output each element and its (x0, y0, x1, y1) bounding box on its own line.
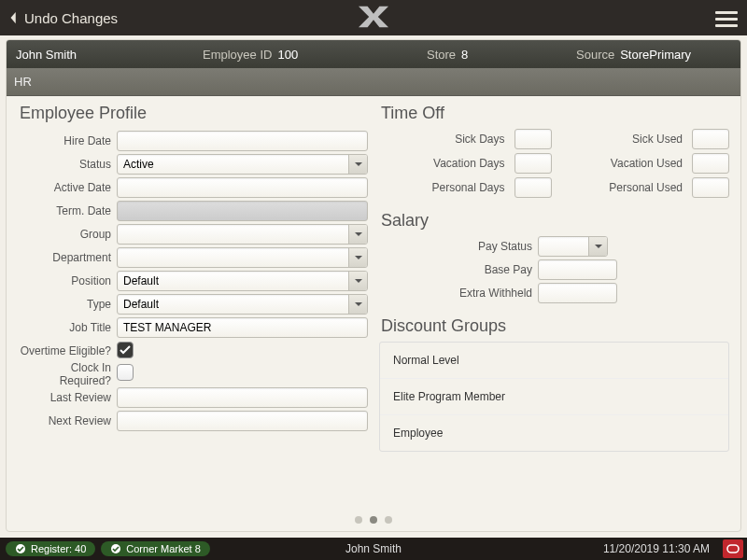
discount-group-item[interactable]: Employee (380, 415, 728, 451)
job-title-input[interactable] (117, 317, 368, 338)
status-select[interactable]: Active (117, 154, 368, 175)
department-select[interactable] (117, 247, 368, 268)
app-logo (359, 6, 388, 32)
page-dot[interactable] (385, 516, 392, 524)
discount-group-item[interactable]: Elite Program Member (380, 379, 728, 415)
right-column: Time Off Sick Days Sick Used Vacation Da… (374, 102, 735, 503)
vacation-used-input[interactable] (692, 153, 729, 174)
employee-name: John Smith (16, 48, 77, 62)
extra-withheld-input[interactable] (538, 283, 617, 303)
x-logo-icon (359, 6, 388, 28)
check-circle-icon (110, 543, 121, 554)
active-date-input[interactable] (117, 177, 368, 198)
check-icon (120, 344, 131, 356)
personal-days-input[interactable] (514, 177, 552, 198)
undo-button[interactable]: Undo Changes (0, 10, 118, 26)
employee-summary-bar: John Smith Employee ID100 Store8 SourceS… (7, 40, 740, 68)
discount-group-item[interactable]: Normal Level (380, 343, 728, 379)
undo-label: Undo Changes (24, 10, 118, 26)
store-status[interactable]: Corner Market 8 (101, 541, 209, 556)
svg-rect-3 (727, 545, 739, 553)
section-title-profile: Employee Profile (20, 104, 368, 123)
type-select[interactable]: Default (117, 294, 368, 315)
check-circle-icon (15, 543, 26, 554)
discount-groups-list: Normal Level Elite Program Member Employ… (379, 342, 729, 452)
sick-used-input[interactable] (692, 129, 729, 149)
tab-hr: HR (14, 75, 32, 89)
section-title-salary: Salary (381, 211, 729, 231)
svg-marker-0 (359, 7, 388, 27)
vendor-badge (723, 539, 743, 558)
last-review-input[interactable] (117, 387, 368, 408)
sick-days-input[interactable] (514, 129, 552, 149)
timeoff-grid: Sick Days Sick Used Vacation Days Vacati… (379, 129, 729, 198)
overtime-checkbox[interactable] (117, 342, 134, 358)
register-status[interactable]: Register: 40 (6, 541, 95, 556)
page-dot[interactable] (355, 516, 362, 524)
status-bar: Register: 40 Corner Market 8 John Smith … (0, 538, 747, 560)
status-time: 11/20/2019 11:30 AM (603, 542, 710, 555)
oracle-icon (726, 544, 740, 553)
employee-card: John Smith Employee ID100 Store8 SourceS… (6, 39, 741, 532)
page-indicator (7, 516, 740, 524)
base-pay-input[interactable] (538, 259, 617, 280)
section-title-discount: Discount Groups (381, 316, 729, 336)
employee-profile-section: Employee Profile Hire Date Status Active… (12, 102, 374, 503)
page-dot[interactable] (370, 516, 377, 524)
position-select[interactable]: Default (117, 271, 368, 291)
clockin-checkbox[interactable] (117, 364, 134, 381)
section-title-timeoff: Time Off (381, 104, 729, 123)
next-review-input[interactable] (117, 411, 368, 431)
vacation-days-input[interactable] (514, 153, 552, 174)
pay-status-select[interactable] (538, 236, 608, 257)
term-date-input (117, 201, 368, 221)
section-tab[interactable]: HR (7, 68, 740, 96)
personal-used-input[interactable] (692, 177, 729, 198)
menu-button[interactable] (715, 7, 738, 31)
status-user: John Smith (345, 542, 402, 555)
chevron-left-icon (7, 11, 21, 24)
hire-date-input[interactable] (117, 131, 368, 151)
app-topbar: Undo Changes (0, 0, 747, 35)
group-select[interactable] (117, 224, 368, 245)
